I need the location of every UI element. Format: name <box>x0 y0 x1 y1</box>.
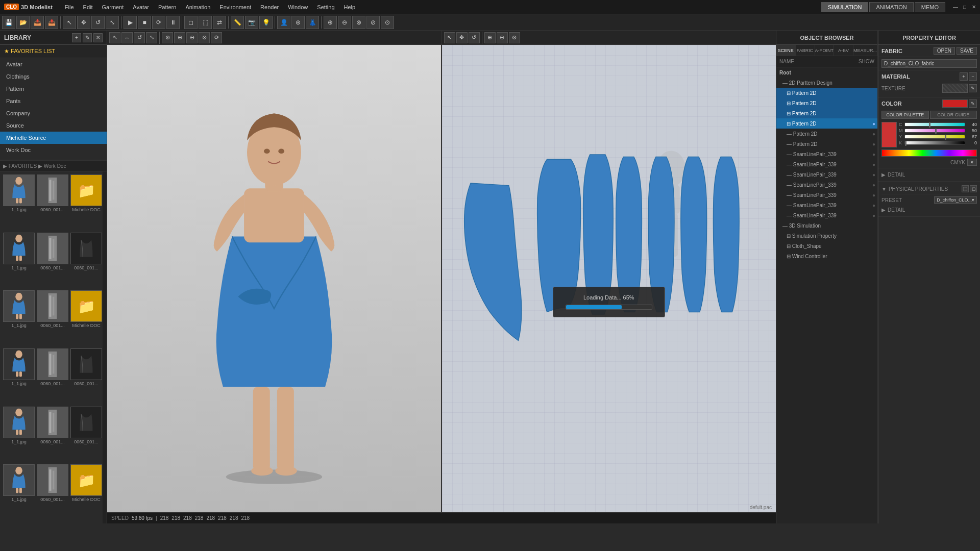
tree-2d-design[interactable]: — 2D Parttern Design <box>776 78 877 88</box>
tree-seam-4[interactable]: — SeamLinePair_339 ● <box>776 180 877 190</box>
toolbar-scale[interactable]: ⤡ <box>106 16 119 29</box>
thumbnail-2[interactable]: 📁Michelle DOC <box>70 174 102 231</box>
phys-btn1[interactable]: ⬚ <box>962 185 969 192</box>
palette-btn[interactable]: COLOR PALETTE <box>881 111 929 119</box>
toolbar-wireframe[interactable]: ⬚ <box>199 16 212 29</box>
toolbar-sim-reset[interactable]: ⟳ <box>152 16 165 29</box>
btn-3d-reset[interactable]: ⟳ <box>211 32 222 43</box>
color-swatch[interactable] <box>942 99 968 108</box>
tree-seam-3[interactable]: — SeamLinePair_339 ● <box>776 169 877 180</box>
menu-setting[interactable]: Setting <box>313 3 338 12</box>
nav-work-doc[interactable]: Work Doc <box>0 144 107 156</box>
toolbar-camera[interactable]: 📷 <box>245 16 258 29</box>
nav-michelle-source[interactable]: Michelle Source <box>0 132 107 144</box>
tree-3d-sim[interactable]: — 3D Simulation <box>776 220 877 231</box>
pattern-piece-6[interactable] <box>680 157 706 312</box>
toolbar-sim-pause[interactable]: ⏸ <box>166 16 180 29</box>
thumbnail-7[interactable]: 0060_001... <box>37 290 68 346</box>
menu-window[interactable]: Window <box>284 3 312 12</box>
close-button[interactable]: ✕ <box>970 3 978 11</box>
detail-header[interactable]: ▶ DETAIL <box>881 170 977 179</box>
slider-c[interactable] <box>904 122 965 127</box>
thumbnail-15[interactable]: 1_1.jpg <box>3 464 35 520</box>
thumbnail-17[interactable]: 📁Michelle DOC <box>70 464 102 520</box>
thumbnail-14[interactable]: 0060_001... <box>70 407 102 463</box>
thumbnail-4[interactable]: 0060_001... <box>37 233 68 289</box>
toolbar-select[interactable]: ↖ <box>63 16 76 29</box>
thumbnail-6[interactable]: 1_1.jpg <box>3 290 35 346</box>
tree-pattern-2d-2[interactable]: ⊟ Pattern 2D <box>776 98 877 108</box>
thumbnail-8[interactable]: 📁Michelle DOC <box>70 290 102 346</box>
tree-seam-6[interactable]: — SeamLinePair_339 ● <box>776 200 877 210</box>
thumbnail-5[interactable]: 0060_001... <box>70 233 102 289</box>
toolbar-open[interactable]: 📂 <box>16 16 30 29</box>
tree-cloth-shape[interactable]: ⊟ Cloth_Shape <box>776 241 877 251</box>
tree-pattern-2d-4[interactable]: ⊟ Pattern 2D ● <box>776 118 877 129</box>
cmyk-dropdown-btn[interactable]: ▾ <box>967 159 977 166</box>
toolbar-import[interactable]: 📥 <box>31 16 44 29</box>
toolbar-light[interactable]: 💡 <box>259 16 273 29</box>
viewport-3d[interactable] <box>107 45 442 512</box>
scrollbar[interactable] <box>103 171 107 523</box>
tree-pattern-2d-3[interactable]: ⊟ Pattern 2D <box>776 108 877 118</box>
pattern-piece-7[interactable] <box>713 157 739 312</box>
tree-pattern-2d-5[interactable]: — Pattern 2D ● <box>776 129 877 139</box>
btn-3d-camera1[interactable]: ⊛ <box>162 32 173 43</box>
menu-help[interactable]: Help <box>340 3 360 12</box>
menu-animation[interactable]: Animation <box>181 3 214 12</box>
tab-simulation[interactable]: SIMULATION <box>821 2 868 12</box>
tree-seam-7[interactable]: — SeamLinePair_339 ● <box>776 210 877 220</box>
tree-root[interactable]: Root <box>776 67 877 78</box>
tree-sim-property[interactable]: ⊟ Simulation Property <box>776 231 877 241</box>
thumbnail-11[interactable]: 0060_001... <box>70 348 102 405</box>
toolbar-sync[interactable]: ⇄ <box>213 16 226 29</box>
slider-k[interactable] <box>904 141 965 145</box>
detail-row2[interactable]: ▶ DETAIL <box>881 206 977 214</box>
menu-environment[interactable]: Environment <box>215 3 255 12</box>
tree-pattern-2d-1[interactable]: ⊟ Pattern 2D <box>776 88 877 98</box>
guide-btn[interactable]: COLOR GUIDE <box>930 111 977 119</box>
btn-3d-scale[interactable]: ⤡ <box>146 32 157 43</box>
thumbnail-13[interactable]: 0060_001... <box>37 407 68 463</box>
lib-btn2[interactable]: ✎ <box>83 33 92 42</box>
lib-btn3[interactable]: ✕ <box>93 33 103 42</box>
toolbar-sim-play[interactable]: ▶ <box>124 16 137 29</box>
tree-wind-controller[interactable]: ⊟ Wind Controller <box>776 251 877 261</box>
btn-2d-extra3[interactable]: ⊗ <box>509 32 520 43</box>
nav-company[interactable]: Company <box>0 107 107 119</box>
btn-2d-rotate[interactable]: ↺ <box>469 32 480 43</box>
btn-3d-select[interactable]: ↖ <box>109 32 120 43</box>
nav-source[interactable]: Source <box>0 119 107 132</box>
texture-edit-btn[interactable]: ✎ <box>969 84 977 92</box>
nav-avatar[interactable]: Avatar <box>0 58 107 70</box>
thumbnail-9[interactable]: 1_1.jpg <box>3 348 35 405</box>
tree-seam-2[interactable]: — SeamLinePair_339 ● <box>776 159 877 169</box>
menu-file[interactable]: File <box>61 3 78 12</box>
toolbar-move[interactable]: ✥ <box>77 16 90 29</box>
tree-pattern-2d-6[interactable]: — Pattern 2D ● <box>776 139 877 149</box>
nav-pattern[interactable]: Pattern <box>0 83 107 95</box>
thumbnail-1[interactable]: 0060_001... <box>37 174 68 231</box>
nav-pants[interactable]: Pants <box>0 95 107 107</box>
btn-2d-extra2[interactable]: ⊖ <box>497 32 508 43</box>
color-edit-btn[interactable]: ✎ <box>969 99 977 108</box>
maximize-button[interactable]: □ <box>961 3 969 11</box>
phys-btn2[interactable]: ◻ <box>970 185 977 192</box>
pattern-piece-1[interactable] <box>464 183 521 341</box>
menu-pattern[interactable]: Pattern <box>154 3 180 12</box>
slider-m[interactable] <box>904 129 965 133</box>
tree-seam-1[interactable]: — SeamLinePair_339 ● <box>776 149 877 159</box>
color-spectrum[interactable] <box>881 149 977 157</box>
tab-fabric[interactable]: FABRIC <box>796 45 815 56</box>
tab-abv[interactable]: A-BV <box>834 45 853 56</box>
mat-btn1[interactable]: + <box>960 72 968 81</box>
menu-render[interactable]: Render <box>256 3 283 12</box>
thumbnail-0[interactable]: 1_1.jpg <box>3 174 35 231</box>
toolbar-extra2[interactable]: ⊖ <box>338 16 351 29</box>
btn-2d-move[interactable]: ✥ <box>456 32 468 43</box>
btn-3d-move[interactable]: ↔ <box>121 32 133 43</box>
toolbar-avatar[interactable]: 👤 <box>277 16 290 29</box>
fabric-save-btn[interactable]: SAVE <box>957 47 977 55</box>
toolbar-morph[interactable]: ⊛ <box>291 16 305 29</box>
thumbnail-12[interactable]: 1_1.jpg <box>3 407 35 463</box>
